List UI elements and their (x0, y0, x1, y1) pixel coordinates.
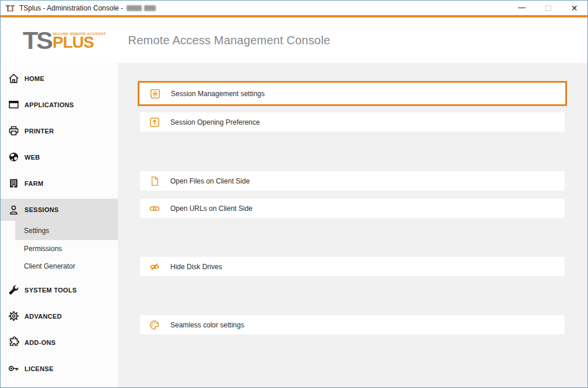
sidebar-subitem-label: Client Generator (24, 262, 75, 270)
tsplus-admin-console-window: TSplus - Administration Console - ✕ TS S… (0, 0, 588, 388)
header: TS SECURE REMOTE ACCESS® PLUS Remote Acc… (1, 17, 587, 63)
web-icon (7, 151, 20, 163)
sidebar-item-label: ADD-ONS (24, 339, 55, 346)
hide-disk-drives-icon (149, 261, 160, 273)
main-content: Session Management settings Session Open… (118, 63, 587, 387)
title-bar: TSplus - Administration Console - ✕ (1, 1, 587, 15)
session-opening-preference-button[interactable]: Session Opening Preference (140, 112, 565, 132)
open-files-icon (149, 175, 160, 187)
sidebar-item-farm[interactable]: FARM (1, 170, 118, 196)
sidebar-item-label: LICENSE (24, 365, 54, 372)
open-urls-icon (149, 203, 160, 214)
button-label: Open URLs on Client Side (170, 204, 253, 213)
session-management-settings-button[interactable]: Session Management settings (141, 84, 564, 103)
sidebar-item-label: ADVANCED (24, 313, 62, 320)
sidebar-item-advanced[interactable]: ADVANCED (1, 303, 118, 329)
button-label: Open Files on Client Side (170, 177, 250, 185)
system-tools-icon (7, 284, 20, 296)
farm-icon (7, 177, 20, 189)
sidebar-item-add-ons[interactable]: ADD-ONS (1, 329, 118, 355)
sidebar-subitem-label: Settings (24, 227, 49, 235)
sidebar-item-label: HOME (24, 75, 44, 82)
license-icon (7, 362, 20, 375)
highlight-frame: Session Management settings (138, 81, 567, 106)
close-button[interactable]: ✕ (561, 1, 587, 15)
sidebar-item-label: FARM (24, 180, 43, 187)
sidebar-item-web[interactable]: WEB (1, 144, 118, 170)
sidebar-item-applications[interactable]: APPLICATIONS (1, 91, 118, 118)
sidebar-subitem-settings[interactable]: Settings (15, 221, 118, 240)
redacted-server-name (127, 5, 156, 11)
app-logo-icon (5, 3, 15, 13)
seamless-color-settings-button[interactable]: Seamless color settings (140, 315, 565, 334)
hide-disk-drives-button[interactable]: Hide Disk Drives (140, 257, 565, 276)
button-label: Seamless color settings (170, 321, 244, 329)
window-title: TSplus - Administration Console - (19, 4, 123, 12)
button-label: Hide Disk Drives (170, 263, 222, 271)
home-icon (7, 72, 20, 84)
sidebar-item-label: SYSTEM TOOLS (24, 287, 77, 294)
sidebar-item-label: SESSIONS (24, 206, 59, 213)
sidebar-subitem-permissions[interactable]: Permissions (1, 240, 118, 258)
sidebar-item-license[interactable]: LICENSE (1, 355, 118, 382)
sidebar-item-system-tools[interactable]: SYSTEM TOOLS (1, 277, 118, 303)
minimize-button[interactable] (509, 1, 535, 15)
sidebar: HOME APPLICATIONS (1, 63, 118, 387)
logo-ts-text: TS (23, 31, 51, 49)
page-title: Remote Access Management Console (128, 34, 331, 47)
sessions-icon (7, 204, 20, 216)
logo-plus-text: PLUS (52, 36, 106, 49)
maximize-button[interactable] (535, 1, 561, 15)
sidebar-subitem-label: Permissions (24, 245, 62, 253)
seamless-color-icon (149, 319, 160, 331)
sidebar-item-label: PRINTER (24, 128, 54, 135)
sidebar-item-home[interactable]: HOME (1, 65, 118, 91)
open-files-client-side-button[interactable]: Open Files on Client Side (140, 171, 565, 191)
window-controls: ✕ (509, 1, 587, 15)
advanced-icon (7, 310, 20, 322)
open-urls-client-side-button[interactable]: Open URLs on Client Side (140, 199, 565, 218)
body: HOME APPLICATIONS (1, 63, 587, 387)
session-opening-icon (149, 117, 160, 128)
sidebar-subitem-client-generator[interactable]: Client Generator (1, 258, 118, 275)
printer-icon (7, 125, 20, 137)
sidebar-item-label: WEB (24, 154, 40, 161)
applications-icon (7, 98, 20, 111)
button-label: Session Management settings (171, 90, 265, 98)
tsplus-logo: TS SECURE REMOTE ACCESS® PLUS (23, 31, 106, 49)
add-ons-icon (7, 336, 20, 348)
sidebar-item-label: APPLICATIONS (24, 101, 74, 108)
sidebar-item-printer[interactable]: PRINTER (1, 118, 118, 144)
session-management-icon (149, 88, 161, 100)
sidebar-item-sessions[interactable]: SESSIONS (1, 199, 118, 221)
button-label: Session Opening Preference (170, 118, 260, 126)
